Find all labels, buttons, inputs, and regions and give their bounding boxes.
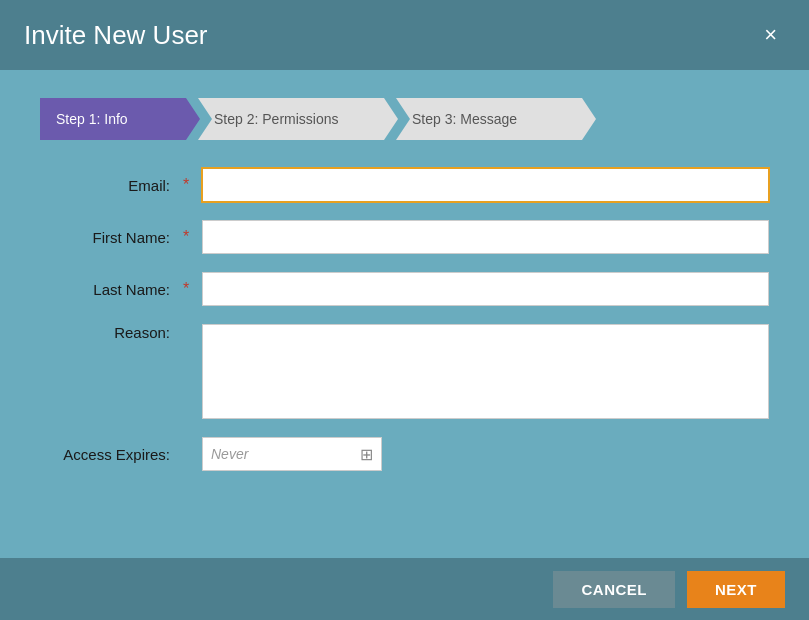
step-1-label: Step 1: Info <box>56 111 128 127</box>
firstname-input[interactable] <box>202 220 769 254</box>
reason-spacer <box>178 324 194 342</box>
expires-value: Never <box>211 446 354 462</box>
modal-header: Invite New User × <box>0 0 809 70</box>
reason-textarea[interactable] <box>202 324 769 419</box>
step-2-label: Step 2: Permissions <box>214 111 339 127</box>
modal-footer: CANCEL NEXT <box>0 558 809 620</box>
firstname-required-star: * <box>178 228 194 246</box>
expires-label: Access Expires: <box>40 446 170 463</box>
expires-field[interactable]: Never ⊞ <box>202 437 382 471</box>
cancel-button[interactable]: CANCEL <box>553 571 675 608</box>
step-3-label: Step 3: Message <box>412 111 517 127</box>
lastname-required-star: * <box>178 280 194 298</box>
lastname-input[interactable] <box>202 272 769 306</box>
lastname-label: Last Name: <box>40 281 170 298</box>
expires-row: Access Expires: Never ⊞ <box>40 437 769 471</box>
steps-bar: Step 1: Info Step 2: Permissions Step 3:… <box>40 98 769 140</box>
email-label: Email: <box>40 177 170 194</box>
modal-title: Invite New User <box>24 20 208 51</box>
firstname-label: First Name: <box>40 229 170 246</box>
email-required-star: * <box>178 176 194 194</box>
reason-row: Reason: <box>40 324 769 419</box>
step-3[interactable]: Step 3: Message <box>396 98 596 140</box>
next-button[interactable]: NEXT <box>687 571 785 608</box>
form-area: Email: * First Name: * Last Name: * Reas… <box>40 168 769 471</box>
step-1[interactable]: Step 1: Info <box>40 98 200 140</box>
invite-user-modal: Invite New User × Step 1: Info Step 2: P… <box>0 0 809 620</box>
email-input[interactable] <box>202 168 769 202</box>
modal-body: Step 1: Info Step 2: Permissions Step 3:… <box>0 70 809 558</box>
calendar-icon[interactable]: ⊞ <box>360 445 373 464</box>
close-button[interactable]: × <box>756 20 785 50</box>
lastname-row: Last Name: * <box>40 272 769 306</box>
expires-spacer <box>178 445 194 463</box>
email-row: Email: * <box>40 168 769 202</box>
step-2[interactable]: Step 2: Permissions <box>198 98 398 140</box>
reason-label: Reason: <box>40 324 170 341</box>
firstname-row: First Name: * <box>40 220 769 254</box>
